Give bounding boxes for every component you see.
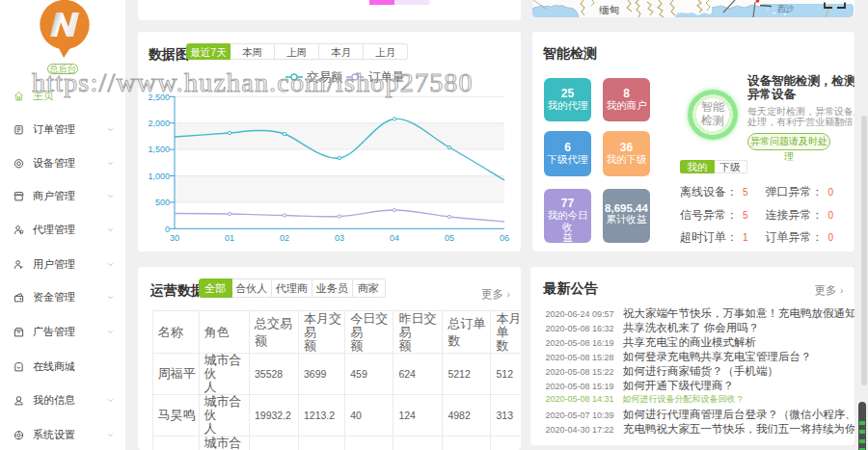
svg-text:1,000: 1,000 bbox=[148, 172, 170, 181]
svg-text:06: 06 bbox=[500, 233, 509, 243]
svg-text:缅甸: 缅甸 bbox=[599, 4, 619, 15]
svg-text:30: 30 bbox=[170, 233, 179, 243]
svg-text:1,500: 1,500 bbox=[148, 145, 170, 154]
svg-text:04: 04 bbox=[390, 233, 399, 243]
svg-text:西沙: 西沙 bbox=[777, 4, 795, 13]
svg-text:03: 03 bbox=[335, 233, 344, 243]
svg-text:02: 02 bbox=[280, 233, 289, 243]
svg-text:2,000: 2,000 bbox=[148, 119, 170, 128]
svg-text:0: 0 bbox=[165, 225, 170, 234]
svg-text:05: 05 bbox=[445, 233, 454, 243]
svg-text:500: 500 bbox=[155, 198, 170, 207]
svg-text:01: 01 bbox=[225, 233, 234, 243]
